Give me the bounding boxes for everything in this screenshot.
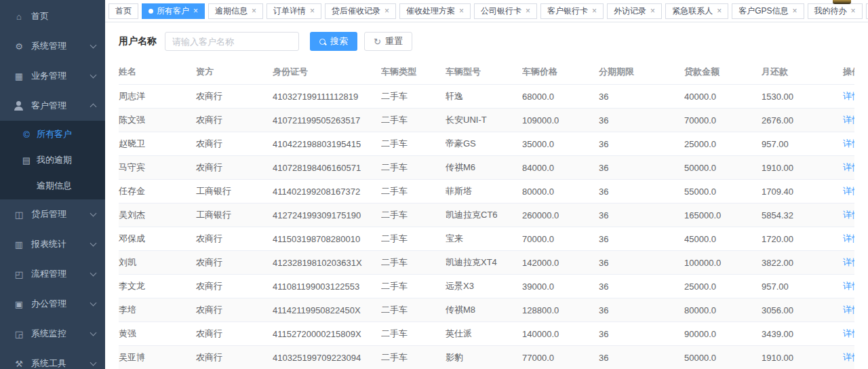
tab[interactable]: 公司银行卡× [474, 3, 537, 19]
table-cell: 1530.00 [762, 85, 843, 109]
close-icon[interactable]: × [650, 7, 655, 15]
table-cell: 吴刘杰 [119, 203, 196, 227]
table-cell: 二手车 [381, 346, 446, 369]
detail-link[interactable]: 详情 [843, 210, 854, 220]
table-cell: 3056.00 [762, 298, 843, 322]
detail-link[interactable]: 详情 [843, 281, 854, 291]
column-header: 月还款 [762, 59, 843, 85]
tab-active[interactable]: 所有客户× [142, 3, 205, 19]
table-cell: 1910.00 [762, 346, 843, 369]
content-area: 用户名称 搜索 ↻ 重置 姓名资方身份证号车辆类型车辆型号车辆价格分期期限贷款金 [105, 22, 868, 369]
close-icon[interactable]: × [792, 7, 797, 15]
close-icon[interactable]: × [526, 7, 530, 15]
table-cell: 黄强 [119, 322, 196, 346]
close-icon[interactable]: × [193, 7, 198, 15]
table-cell: 农商行 [196, 156, 273, 180]
sidebar-item-label: 首页 [31, 10, 96, 22]
table-row: 邓保成农商行411503198708280010二手车宝来70000.03645… [119, 227, 854, 251]
active-dot-icon [149, 9, 153, 14]
sidebar-item-office-management[interactable]: ▣办公管理 [0, 289, 105, 319]
tab[interactable]: 我的流程× [866, 3, 868, 19]
detail-link[interactable]: 详情 [843, 257, 854, 267]
table-cell: 农商行 [196, 132, 273, 156]
table-cell: 二手车 [381, 132, 446, 156]
tab[interactable]: 客户GPS信息× [732, 3, 804, 19]
sidebar-item-business-management[interactable]: ▦业务管理 [0, 61, 105, 91]
customer-table: 姓名资方身份证号车辆类型车辆型号车辆价格分期期限贷款金额月还款操作 周志洋农商行… [119, 59, 854, 369]
table-cell: 36 [599, 132, 684, 156]
sidebar-item-system-monitoring[interactable]: ◲系统监控 [0, 319, 105, 349]
table-cell: 农商行 [196, 251, 273, 275]
detail-link[interactable]: 详情 [843, 233, 854, 244]
table-cell-action: 详情 [843, 322, 854, 346]
table-body: 周志洋农商行410327199111112819二手车轩逸68000.03640… [119, 85, 854, 369]
column-header: 车辆类型 [381, 59, 446, 85]
tab[interactable]: 逾期信息× [208, 3, 263, 19]
table-cell-action: 详情 [843, 109, 854, 132]
detail-link[interactable]: 详情 [843, 186, 854, 196]
sidebar-item-all-customers[interactable]: ©所有客户 [0, 121, 105, 147]
sidebar-item-my-overdue[interactable]: ▤我的逾期 [0, 147, 105, 173]
table-cell: 957.00 [762, 132, 843, 156]
tab[interactable]: 催收处理方案× [399, 3, 471, 19]
sidebar-item-system-management[interactable]: ⚙系统管理 [0, 31, 105, 61]
reset-button[interactable]: ↻ 重置 [364, 32, 412, 51]
tab[interactable]: 我的待办× [808, 3, 863, 19]
close-icon[interactable]: × [310, 7, 315, 15]
close-icon[interactable]: × [384, 7, 389, 15]
sidebar-item-post-loan-management[interactable]: ◫贷后管理 [0, 199, 105, 229]
tools-icon: ⚒ [14, 359, 24, 369]
detail-link[interactable]: 详情 [843, 162, 854, 172]
table-cell: 二手车 [381, 251, 446, 275]
close-icon[interactable]: × [459, 7, 464, 15]
table-cell: 1910.00 [762, 156, 843, 180]
close-icon[interactable]: × [717, 7, 722, 15]
close-icon[interactable]: × [592, 7, 597, 15]
tab[interactable]: 订单详情× [267, 3, 321, 19]
sidebar-item-process-management[interactable]: ◰流程管理 [0, 259, 105, 289]
sidebar-item-overdue-info[interactable]: 逾期信息 [0, 173, 105, 199]
table-row: 陈文强农商行410721199505263517二手车长安UNI-T109000… [119, 109, 854, 132]
table-cell: 凯迪拉克CT6 [446, 203, 522, 227]
search-button[interactable]: 搜索 [310, 32, 357, 51]
sidebar-item-report-statistics[interactable]: ▥报表统计 [0, 229, 105, 259]
sidebar-item-customer-management[interactable]: 客户管理 [0, 91, 105, 121]
detail-link[interactable]: 详情 [843, 138, 854, 149]
column-header: 姓名 [119, 59, 196, 85]
detail-link[interactable]: 详情 [843, 115, 854, 125]
table-cell: 36 [599, 227, 684, 251]
sidebar-item-label: 报表统计 [31, 238, 91, 250]
table-cell: 100000.0 [684, 251, 762, 275]
detail-link[interactable]: 详情 [843, 91, 854, 101]
table-cell: 农商行 [196, 275, 273, 298]
table-cell: 工商银行 [196, 203, 273, 227]
tab[interactable]: 贷后催收记录× [325, 3, 396, 19]
close-icon[interactable]: × [252, 7, 256, 15]
detail-link[interactable]: 详情 [843, 352, 854, 362]
table-cell: 轩逸 [446, 85, 522, 109]
customer-name-input[interactable] [165, 32, 299, 51]
table-row: 吴刘杰工商银行412724199309175190二手车凯迪拉克CT626000… [119, 203, 854, 227]
sidebar-item-home[interactable]: ⌂首页 [0, 1, 105, 31]
sidebar-item-label: 系统工具 [31, 357, 91, 369]
tab[interactable]: 客户银行卡× [540, 3, 604, 19]
tab[interactable]: 首页 [108, 3, 138, 19]
table-cell: 远景X3 [446, 275, 522, 298]
sidebar-item-system-tools[interactable]: ⚒系统工具 [0, 349, 105, 369]
detail-link[interactable]: 详情 [843, 328, 854, 338]
table-cell: 二手车 [381, 85, 446, 109]
tab[interactable]: 外访记录× [607, 3, 662, 19]
user-avatar[interactable] [833, 0, 851, 4]
table-cell-action: 详情 [843, 227, 854, 251]
table-cell: 陈文强 [119, 109, 196, 132]
home-icon: ⌂ [14, 12, 24, 22]
table-cell: 工商银行 [196, 180, 273, 203]
submenu-customer-management: ©所有客户▤我的逾期逾期信息 [0, 121, 105, 199]
tab[interactable]: 紧急联系人× [665, 3, 728, 19]
detail-link[interactable]: 详情 [843, 305, 854, 315]
close-icon[interactable]: × [851, 7, 856, 15]
sidebar-menu: ⌂首页⚙系统管理▦业务管理客户管理©所有客户▤我的逾期逾期信息◫贷后管理▥报表统… [0, 1, 105, 369]
table-cell: 二手车 [381, 322, 446, 346]
sidebar: ⌂首页⚙系统管理▦业务管理客户管理©所有客户▤我的逾期逾期信息◫贷后管理▥报表统… [0, 0, 105, 369]
table-row: 周志洋农商行410327199111112819二手车轩逸68000.03640… [119, 85, 854, 109]
